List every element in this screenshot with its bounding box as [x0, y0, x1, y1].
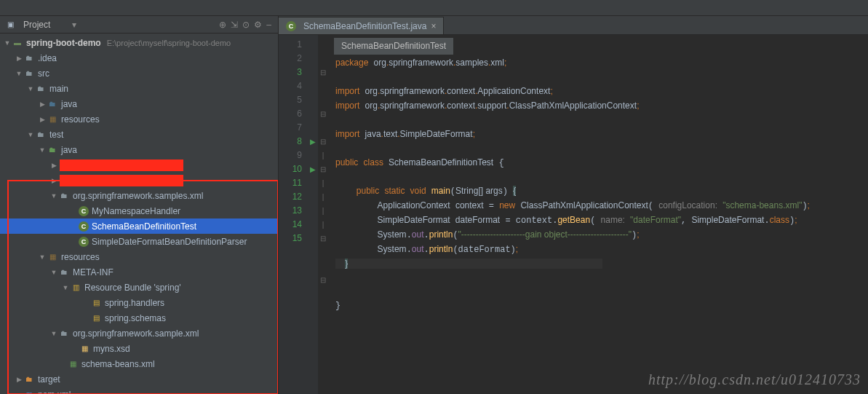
tree-idea[interactable]: 🖿.idea — [0, 50, 278, 66]
tree-meta-inf[interactable]: 🖿META-INF — [0, 264, 278, 280]
tree-main-resources[interactable]: ▦resources — [0, 111, 278, 127]
tree-redacted-2[interactable] — [0, 173, 278, 188]
java-class-icon: C — [286, 21, 296, 31]
tree-schema-test[interactable]: CSchemaBeanDefinitionTest — [0, 218, 278, 234]
tree-parser[interactable]: CSimpleDateFormatBeanDefinitionParser — [0, 234, 278, 249]
editor-pane: C SchemaBeanDefinitionTest.java × 123456… — [279, 16, 868, 394]
code-area: 123456789101112131415 ▶ ▶ ⊟ ⊟ ⊟|⊟||||⊟ ⊟… — [279, 35, 868, 394]
line-gutter: 123456789101112131415 — [279, 35, 308, 394]
code-content[interactable]: SchemaBeanDefinitionTest package org.spr… — [328, 35, 868, 394]
dropdown-icon[interactable]: ▾ — [72, 20, 76, 30]
tree-myns[interactable]: ▦myns.xsd — [0, 341, 278, 356]
tree-src[interactable]: 🖿src — [0, 66, 278, 81]
project-title: Project — [23, 20, 50, 30]
project-header: ▣ Project ▾ ⊕ ⇲ ⊙ ⚙ – — [0, 16, 278, 34]
project-icon: ▣ — [4, 19, 16, 31]
tree-main[interactable]: 🖿main — [0, 81, 278, 96]
tab-schema-test[interactable]: C SchemaBeanDefinitionTest.java × — [279, 17, 444, 34]
tree-redacted-1[interactable] — [0, 157, 278, 173]
settings-icon[interactable]: ⚙ — [254, 20, 262, 30]
hide-icon[interactable]: – — [266, 20, 271, 30]
tab-label: SchemaBeanDefinitionTest.java — [303, 21, 426, 31]
tree-test-resources[interactable]: ▦resources — [0, 249, 278, 264]
run-gutter: ▶ ▶ — [308, 35, 318, 394]
tree-main-java[interactable]: 🖿java — [0, 96, 278, 111]
top-toolbar — [0, 0, 868, 16]
tree-handlers[interactable]: ▤spring.handlers — [0, 295, 278, 310]
run-class-icon[interactable]: ▶ — [308, 135, 318, 149]
expand-icon[interactable]: ⇲ — [231, 20, 238, 30]
project-tree: ▬spring-boot-demoE:\project\myself\sprin… — [0, 34, 278, 394]
tree-bundle[interactable]: ▥Resource Bundle 'spring' — [0, 280, 278, 295]
fold-gutter: ⊟ ⊟ ⊟|⊟||||⊟ ⊟ — [318, 35, 328, 394]
tree-pkg-sample[interactable]: 🖿org.springframework.sample.xml — [0, 326, 278, 341]
collapse-icon[interactable]: ⊕ — [219, 20, 226, 30]
tree-schemas[interactable]: ▤spring.schemas — [0, 310, 278, 326]
tree-test[interactable]: 🖿test — [0, 127, 278, 142]
tree-ns-handler[interactable]: CMyNamespaceHandler — [0, 203, 278, 218]
breadcrumb[interactable]: SchemaBeanDefinitionTest — [334, 38, 453, 55]
project-sidebar: ▣ Project ▾ ⊕ ⇲ ⊙ ⚙ – ▬spring-boot-demoE… — [0, 16, 279, 394]
tree-schema-beans[interactable]: ▦schema-beans.xml — [0, 356, 278, 371]
watermark: http://blog.csdn.net/u012410733 — [648, 371, 861, 388]
close-icon[interactable]: × — [431, 21, 436, 31]
tree-root[interactable]: ▬spring-boot-demoE:\project\myself\sprin… — [0, 35, 278, 50]
tree-target[interactable]: 🖿target — [0, 371, 278, 387]
tree-pkg-samples[interactable]: 🖿org.springframework.samples.xml — [0, 188, 278, 203]
tree-test-java[interactable]: 🖿java — [0, 142, 278, 157]
tree-pom[interactable]: mpom.xml — [0, 387, 278, 394]
locate-icon[interactable]: ⊙ — [242, 20, 250, 30]
run-main-icon[interactable]: ▶ — [308, 162, 318, 176]
editor-tabs: C SchemaBeanDefinitionTest.java × — [279, 16, 868, 35]
